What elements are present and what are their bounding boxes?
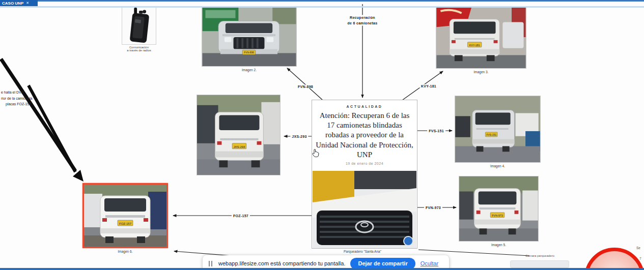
svg-text:FOZ-157: FOZ-157 xyxy=(119,222,132,225)
bottom-edge-strip xyxy=(0,268,644,270)
edge-fragment-bottom: 7 xyxy=(639,257,641,260)
imagen-6-photo: FOZ-157 xyxy=(82,183,168,248)
node-imagen-5[interactable]: FVN-973 Imagen 5. xyxy=(459,176,539,242)
hand-cursor-icon xyxy=(312,148,320,160)
tab-close-icon[interactable]: ✕ xyxy=(26,1,29,5)
link-label-kvy181[interactable]: KVY-181 xyxy=(419,84,438,88)
edge-fragment-top: Se xyxy=(636,246,640,250)
node-radio[interactable]: Comunicación a través de radios xyxy=(122,6,156,45)
link-label-fvs151[interactable]: FVS-151 xyxy=(427,129,445,133)
svg-text:KVY-181: KVY-181 xyxy=(469,44,480,47)
hide-link[interactable]: Ocultar xyxy=(421,260,438,266)
article-title: Atención: Recuperan 6 de las 17 camionet… xyxy=(316,111,413,160)
note-line: placas FOZ-157 xyxy=(1,101,32,107)
imagen-5-photo: FVN-973 xyxy=(459,176,539,242)
image-caption: Imagen 3. xyxy=(474,70,489,74)
link-label-line: de 6 camionetas xyxy=(348,20,378,26)
image-caption: Imagen 5. xyxy=(491,243,506,247)
link-label-fvn898[interactable]: FVN-898 xyxy=(296,85,315,88)
article-tag: ACTUALIDAD xyxy=(312,105,417,108)
image-caption: Imagen 6. xyxy=(118,250,133,253)
tab-caso-unp[interactable]: CASO UNP ✕ xyxy=(0,0,38,6)
article-date: 19 de enero de 2024 xyxy=(312,162,417,165)
link-label-line: Recuperación xyxy=(348,15,378,21)
imagen-4-photo: FVS-151 xyxy=(455,96,541,163)
node-imagen-4[interactable]: FVS-151 Imagen 4. xyxy=(455,96,541,163)
link-label-fvn973[interactable]: FVN-973 xyxy=(424,206,442,209)
link-label-recuperacion[interactable]: Recuperación de 6 camionetas xyxy=(346,15,379,26)
radio-caption: Comunicación a través de radios xyxy=(116,46,162,52)
node-imagen-3[interactable]: KVY-181 Imagen 3. xyxy=(436,7,526,69)
svg-text:FVN-973: FVN-973 xyxy=(492,214,503,217)
camera-node-caption: Cámara parqueadero xyxy=(525,254,554,257)
radio-caption-line2: a través de radios xyxy=(116,49,162,52)
svg-text:JXS-293: JXS-293 xyxy=(234,145,245,148)
node-imagen-1[interactable]: JXS-293 Imagen 1. xyxy=(197,95,281,175)
imagen-1-photo: JXS-293 xyxy=(197,95,281,175)
svg-text:FVN-898: FVN-898 xyxy=(244,51,254,54)
radio-icon xyxy=(122,7,156,44)
note-line: rior de la camioneta xyxy=(1,96,32,102)
tab-strip xyxy=(0,6,644,8)
node-imagen-2[interactable]: FVN-898 Imagen 2. xyxy=(202,7,297,67)
node-article[interactable]: ACTUALIDAD Atención: Recuperan 6 de las … xyxy=(312,100,417,249)
imagen-3-photo: KVY-181 xyxy=(436,7,526,69)
share-message: webapp.lifesize.com está compartiendo tu… xyxy=(218,260,345,266)
image-caption: Imagen 4. xyxy=(490,164,505,168)
node-imagen-6-selected[interactable]: FOZ-157 Imagen 6. xyxy=(82,183,168,248)
radio-photo xyxy=(122,6,156,45)
link-chart-canvas: CASO UNP ✕ e halla el DVR rior de la cam… xyxy=(0,0,644,270)
note-line: e halla el DVR xyxy=(1,89,32,96)
link-label-jxs293[interactable]: JXS-293 xyxy=(290,135,308,138)
taskbar-pill xyxy=(510,260,569,268)
imagen-2-photo: FVN-898 xyxy=(202,7,297,67)
image-caption: Imagen 2. xyxy=(242,68,257,72)
svg-text:FVS-151: FVS-151 xyxy=(487,134,497,136)
article-caption: Parqueadero "Santa Ana" xyxy=(344,250,381,253)
pause-icon xyxy=(209,261,212,266)
annotation-note: e halla el DVR rior de la camioneta plac… xyxy=(1,89,32,107)
article-photo xyxy=(313,171,416,248)
link-label-foz157[interactable]: FOZ-157 xyxy=(232,214,250,218)
window-top-edge xyxy=(0,0,644,2)
tab-label: CASO UNP xyxy=(2,1,23,6)
